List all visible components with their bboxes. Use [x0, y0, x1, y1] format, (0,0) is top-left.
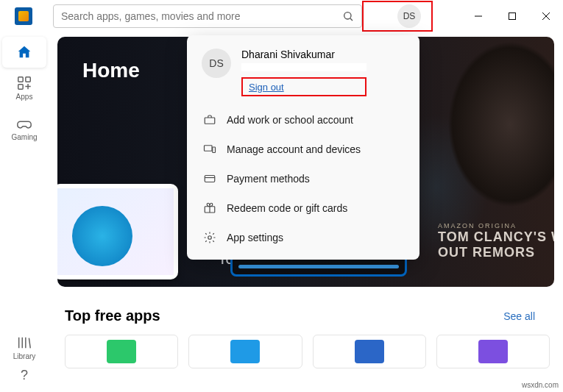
svg-rect-12 [205, 176, 215, 182]
menu-redeem-code[interactable]: Redeem code or gift cards [187, 193, 419, 223]
app-card[interactable] [188, 335, 302, 368]
card-icon [203, 172, 216, 185]
nav-home[interactable]: Home [2, 37, 46, 68]
nav-label: Apps [16, 93, 33, 101]
profile-button[interactable]: DS [397, 4, 421, 28]
menu-add-work-account[interactable]: Add work or school account [187, 105, 419, 135]
top-free-section: Top free apps See all [49, 287, 563, 368]
window-controls [461, 0, 563, 32]
app-card[interactable] [436, 335, 550, 368]
app-tile-icon [107, 340, 136, 363]
account-name: Dharani Shivakumar [241, 49, 367, 60]
title-bar: DS [0, 0, 563, 32]
app-card[interactable] [65, 335, 178, 368]
store-app-icon [15, 7, 32, 25]
search-input[interactable] [61, 10, 342, 22]
close-button[interactable] [529, 0, 563, 32]
sidebar: Home Apps Gaming Library ? [0, 32, 49, 392]
library-icon [16, 335, 32, 351]
nav-apps[interactable]: Apps [2, 68, 46, 108]
clancy-line1: TOM CLANCY'S WI [438, 229, 554, 244]
gaming-icon [16, 115, 32, 132]
svg-rect-10 [205, 146, 213, 152]
search-icon[interactable] [342, 10, 354, 22]
menu-label: Redeem code or gift cards [227, 202, 347, 214]
menu-payment-methods[interactable]: Payment methods [187, 164, 419, 193]
account-flyout: DS Dharani Shivakumar Sign out Add work … [187, 35, 419, 260]
maximize-button[interactable] [495, 0, 529, 32]
signout-highlight: Sign out [241, 77, 367, 96]
help-button[interactable]: ? [21, 368, 28, 383]
home-icon [16, 44, 32, 60]
nav-library[interactable]: Library [2, 327, 46, 368]
app-card[interactable] [313, 335, 426, 368]
svg-rect-8 [18, 85, 23, 89]
apps-icon [16, 75, 32, 91]
briefcase-icon [203, 113, 216, 126]
svg-point-16 [208, 236, 212, 240]
see-all-link[interactable]: See all [503, 310, 535, 322]
flyout-avatar: DS [202, 49, 231, 78]
svg-point-0 [344, 13, 351, 19]
section-title: Top free apps [65, 307, 160, 324]
devices-icon [203, 143, 216, 156]
menu-label: App settings [227, 232, 283, 243]
search-box[interactable] [53, 4, 362, 28]
gift-icon [203, 202, 216, 215]
app-tile-icon [355, 340, 384, 363]
menu-label: Payment methods [227, 173, 310, 185]
svg-rect-6 [18, 77, 23, 82]
app-tile-icon [230, 340, 260, 363]
svg-rect-9 [205, 118, 215, 124]
menu-app-settings[interactable]: App settings [187, 223, 419, 252]
svg-line-1 [350, 18, 353, 21]
app-tile-icon [478, 340, 508, 363]
nav-gaming[interactable]: Gaming [2, 108, 46, 149]
profile-button-highlight: DS [362, 1, 433, 32]
sign-out-link[interactable]: Sign out [249, 82, 284, 93]
minimize-button[interactable] [461, 0, 495, 32]
hero-right-caption: AMAZON ORIGINA TOM CLANCY'S WI OUT REMOR… [438, 222, 554, 260]
svg-rect-7 [26, 77, 30, 82]
nav-label: Library [13, 352, 36, 360]
amazon-tag: AMAZON ORIGINA [438, 222, 554, 229]
svg-rect-11 [213, 147, 216, 153]
account-email-redacted [241, 63, 367, 71]
svg-rect-3 [509, 13, 516, 20]
hero-carousel-thumb[interactable] [57, 184, 178, 279]
menu-manage-account[interactable]: Manage account and devices [187, 135, 419, 164]
menu-label: Add work or school account [227, 114, 353, 126]
menu-label: Manage account and devices [227, 143, 361, 155]
carousel-indicator [238, 265, 399, 268]
clancy-line2: OUT REMORS [438, 245, 535, 260]
gear-icon [203, 231, 216, 244]
watermark: wsxdn.com [522, 381, 559, 389]
nav-label: Gaming [11, 133, 37, 141]
